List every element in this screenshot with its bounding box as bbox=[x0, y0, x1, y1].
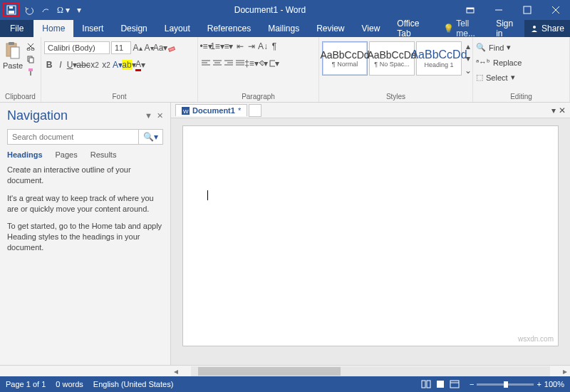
numbering-button[interactable]: 1≡▾ bbox=[212, 41, 222, 51]
increase-font-button[interactable]: A▴ bbox=[133, 43, 142, 53]
text-effects-button[interactable]: A▾ bbox=[113, 60, 123, 70]
select-icon: ⬚ bbox=[476, 73, 483, 82]
tab-layout[interactable]: Layout bbox=[156, 20, 199, 37]
document-page[interactable]: wsxdn.com bbox=[182, 125, 559, 346]
tab-insert[interactable]: Insert bbox=[73, 20, 112, 37]
search-document[interactable]: 🔍 ▾ bbox=[7, 129, 163, 145]
copy-button[interactable] bbox=[26, 54, 36, 64]
line-spacing-button[interactable]: ‡≡▾ bbox=[247, 58, 256, 68]
subscript-button[interactable]: x2 bbox=[90, 60, 100, 70]
close-button[interactable] bbox=[542, 0, 570, 20]
qat-customize[interactable]: ▾ bbox=[74, 4, 84, 16]
undo-button[interactable] bbox=[21, 4, 37, 16]
sort-button[interactable]: A↓ bbox=[258, 41, 268, 51]
nav-tab-results[interactable]: Results bbox=[90, 150, 117, 159]
italic-button[interactable]: I bbox=[56, 60, 66, 70]
zoom-level[interactable]: 100% bbox=[544, 380, 564, 388]
nav-tab-pages[interactable]: Pages bbox=[56, 150, 78, 159]
cut-icon bbox=[26, 42, 35, 51]
doctab-menu[interactable]: ▾ bbox=[551, 105, 556, 115]
tell-me[interactable]: 💡 Tell me... bbox=[435, 20, 487, 37]
zoom-out-button[interactable]: − bbox=[470, 380, 474, 388]
tab-home[interactable]: Home bbox=[33, 20, 73, 37]
tab-mailings[interactable]: Mailings bbox=[259, 20, 308, 37]
shading-button[interactable]: ▾ bbox=[258, 58, 268, 68]
superscript-button[interactable]: x2 bbox=[101, 60, 111, 70]
sign-in-link[interactable]: Sign in bbox=[487, 20, 524, 37]
change-case-button[interactable]: Aa▾ bbox=[155, 43, 165, 53]
justify-button[interactable] bbox=[235, 58, 245, 68]
horizontal-scrollbar[interactable]: ◂ ▸ bbox=[0, 365, 570, 376]
bullets-button[interactable]: •≡▾ bbox=[201, 41, 211, 51]
font-name-select[interactable]: Calibri (Body) bbox=[44, 41, 110, 54]
strike-button[interactable]: abc bbox=[78, 60, 88, 70]
nav-tab-headings[interactable]: Headings bbox=[7, 150, 43, 159]
brush-icon bbox=[26, 68, 35, 76]
tab-design[interactable]: Design bbox=[112, 20, 155, 37]
tab-references[interactable]: References bbox=[199, 20, 259, 37]
group-font: Calibri (Body) 11 A▴ A▾ Aa▾ B I U▾ abc x… bbox=[41, 37, 198, 102]
view-web-button[interactable] bbox=[450, 380, 460, 388]
align-center-button[interactable] bbox=[212, 58, 222, 68]
minimize-button[interactable] bbox=[484, 0, 513, 20]
redo-button[interactable] bbox=[38, 4, 53, 16]
style-no-spacing[interactable]: AaBbCcDd¶ No Spac... bbox=[369, 41, 415, 76]
underline-button[interactable]: U▾ bbox=[67, 60, 77, 70]
find-button[interactable]: 🔍Find ▾ bbox=[476, 41, 511, 53]
new-doc-tab[interactable] bbox=[249, 104, 261, 117]
nav-close-button[interactable]: ✕ bbox=[157, 111, 163, 120]
align-right-button[interactable] bbox=[224, 58, 234, 68]
ribbon-options-button[interactable] bbox=[456, 0, 484, 20]
font-size-select[interactable]: 11 bbox=[111, 41, 131, 54]
scroll-track[interactable] bbox=[191, 366, 550, 376]
format-painter-button[interactable] bbox=[26, 67, 36, 77]
nav-dropdown[interactable]: ▼ bbox=[145, 111, 152, 120]
multilevel-button[interactable]: ≡▾ bbox=[224, 41, 234, 51]
group-paragraph-label: Paragraph bbox=[201, 93, 316, 102]
group-clipboard-label: Clipboard bbox=[3, 93, 38, 102]
group-styles: AaBbCcDd¶ Normal AaBbCcDd¶ No Spac... Aa… bbox=[319, 37, 473, 102]
symbol-button[interactable]: Ω ▾ bbox=[54, 4, 73, 17]
increase-indent-button[interactable]: ⇥ bbox=[247, 41, 256, 51]
view-print-button[interactable] bbox=[435, 380, 445, 388]
view-read-button[interactable] bbox=[421, 380, 431, 388]
align-left-button[interactable] bbox=[201, 58, 211, 68]
style-normal[interactable]: AaBbCcDd¶ Normal bbox=[322, 41, 368, 76]
status-words[interactable]: 0 words bbox=[56, 380, 83, 388]
tab-file[interactable]: File bbox=[0, 20, 33, 37]
scroll-left-button[interactable]: ◂ bbox=[171, 366, 181, 376]
show-marks-button[interactable]: ¶ bbox=[269, 41, 279, 51]
doctab-close[interactable]: ✕ bbox=[559, 105, 566, 115]
font-color-button[interactable]: A▾ bbox=[135, 60, 145, 70]
tab-office-tab[interactable]: Office Tab bbox=[388, 20, 435, 37]
search-button[interactable]: 🔍 ▾ bbox=[138, 130, 162, 144]
zoom-in-button[interactable]: + bbox=[537, 380, 541, 388]
tab-view[interactable]: View bbox=[353, 20, 389, 37]
highlight-button[interactable]: ab▾ bbox=[124, 60, 134, 70]
scroll-thumb[interactable] bbox=[198, 367, 341, 376]
select-button[interactable]: ⬚Select ▾ bbox=[476, 71, 515, 83]
replace-button[interactable]: ᵃ↔ᵇReplace bbox=[476, 56, 522, 68]
borders-button[interactable]: ▾ bbox=[269, 58, 279, 68]
document-tabs: W Document1 * ▾✕ bbox=[171, 103, 570, 118]
tell-me-label: Tell me... bbox=[456, 19, 479, 38]
paste-button[interactable]: Paste bbox=[3, 38, 23, 70]
clear-format-button[interactable] bbox=[167, 43, 177, 53]
style-heading1[interactable]: AaBbCcDdHeading 1 bbox=[416, 41, 462, 76]
decrease-indent-button[interactable]: ⇤ bbox=[235, 41, 245, 51]
zoom-slider[interactable] bbox=[477, 383, 534, 386]
search-input[interactable] bbox=[8, 130, 138, 144]
save-button[interactable] bbox=[3, 3, 20, 17]
maximize-button[interactable] bbox=[513, 0, 542, 20]
styles-more-button[interactable]: ▴▾⌄ bbox=[463, 41, 473, 76]
doc-tab-document1[interactable]: W Document1 * bbox=[175, 104, 247, 116]
svg-text:W: W bbox=[183, 108, 189, 115]
cut-button[interactable] bbox=[26, 41, 36, 51]
tab-review[interactable]: Review bbox=[308, 20, 353, 37]
bold-button[interactable]: B bbox=[44, 60, 54, 70]
status-page[interactable]: Page 1 of 1 bbox=[6, 380, 46, 388]
status-lang[interactable]: English (United States) bbox=[93, 380, 174, 388]
share-button[interactable]: Share bbox=[524, 20, 570, 37]
svg-rect-1 bbox=[9, 11, 14, 14]
scroll-right-button[interactable]: ▸ bbox=[560, 366, 570, 376]
